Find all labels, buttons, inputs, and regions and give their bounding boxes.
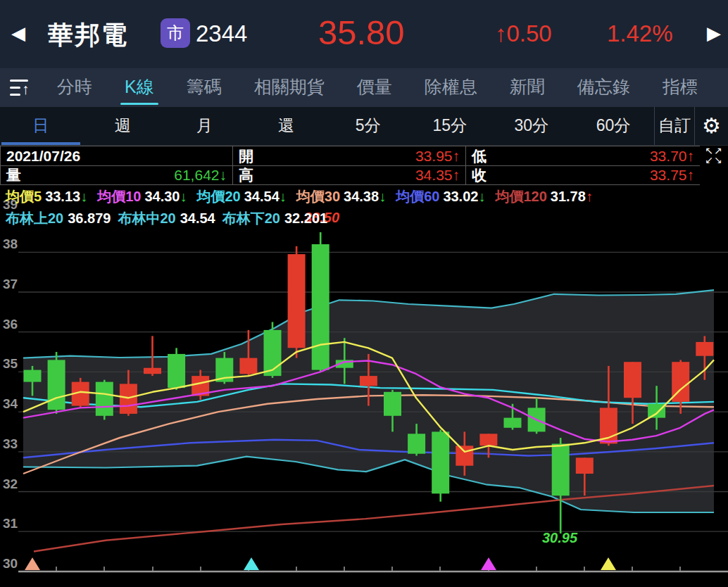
candle-body (24, 370, 42, 382)
header: ◀ 華邦電 市 2344 35.80 ↑0.50 1.42% ▶ (0, 0, 728, 68)
high-cell: 高 34.35↑ (232, 165, 465, 185)
expand-button-area (700, 165, 728, 185)
period-15min[interactable]: 15分 (409, 107, 491, 145)
candle-body (552, 444, 570, 496)
low-value: 33.70↑ (650, 148, 694, 165)
candle-body (360, 376, 377, 386)
ma120-legend: 均價12031.78↑ (495, 187, 592, 206)
candle-body (648, 404, 665, 418)
period-5min[interactable]: 5分 (327, 107, 409, 145)
candle-body (288, 254, 306, 348)
tab-chips[interactable]: 籌碼 (185, 68, 223, 107)
high-label: 高 (239, 165, 253, 185)
expand-button[interactable]: ↖↗ ↙↘ (700, 146, 728, 165)
high-value: 34.35↑ (415, 167, 460, 184)
y-axis-label: 32 (3, 476, 18, 491)
candle-body (120, 384, 137, 414)
gear-icon[interactable]: ⚙ (695, 107, 728, 145)
candle-body (48, 360, 65, 410)
menu-bar (10, 87, 20, 89)
tab-dividend[interactable]: 除權息 (423, 68, 479, 107)
price-change: ↑0.50 (495, 20, 552, 47)
menu-bar (10, 94, 20, 96)
kline-chart[interactable]: 3938373635343332313038.5030.95 (0, 185, 728, 587)
marker-cyan (244, 557, 259, 570)
ma5-legend: 均價533.13↓ (6, 187, 87, 206)
boll-lower-legend: 布林下2032.201 (222, 209, 327, 228)
up-arrow-icon: ↑ (22, 81, 30, 98)
candle-body (384, 392, 401, 416)
low-label: 低 (472, 146, 487, 166)
period-custom[interactable]: 自訂 (654, 107, 695, 145)
volume-cell: 量 61,642↓ (0, 165, 232, 185)
candle-body (479, 434, 497, 446)
ma20-legend: 均價2034.54↓ (197, 187, 287, 206)
boll-middle-legend: 布林中2034.54 (118, 209, 215, 228)
period-day[interactable]: 日 (0, 107, 82, 145)
ma10-legend: 均價1034.30↓ (97, 187, 187, 206)
candle-body (144, 368, 161, 374)
boll-upper-legend: 布林上2036.879 (6, 209, 111, 228)
period-week[interactable]: 週 (82, 107, 163, 145)
y-axis-label: 38 (3, 236, 18, 251)
current-price: 35.80 (318, 13, 405, 52)
market-badge: 市 (161, 18, 190, 48)
y-axis-label: 36 (3, 317, 18, 332)
ma30-legend: 均價3034.38↓ (296, 187, 386, 206)
stock-name: 華邦電 (48, 18, 128, 53)
candle-body (432, 431, 449, 493)
volume-label: 量 (6, 165, 21, 185)
list-up-icon[interactable]: ↑ (0, 68, 41, 107)
candle-body (696, 342, 713, 356)
low-cell: 低 33.70↑ (465, 146, 700, 165)
ma-legend-row: 均價533.13↓ 均價1034.30↓ 均價2034.54↓ 均價3034.3… (6, 187, 603, 206)
tab-futures[interactable]: 相關期貨 (253, 68, 326, 107)
tab-news[interactable]: 新聞 (508, 68, 546, 107)
candle-body (239, 358, 257, 374)
stock-app: ◀ 華邦電 市 2344 35.80 ↑0.50 1.42% ▶ ↑ 分時 K線… (0, 0, 728, 587)
candle-body (96, 382, 113, 416)
forward-arrow-icon[interactable]: ▶ (707, 23, 721, 44)
tab-price-volume[interactable]: 價量 (356, 68, 394, 107)
tab-memo[interactable]: 備忘錄 (576, 68, 632, 107)
candle-body (456, 446, 473, 465)
ma120-line (34, 486, 714, 552)
back-arrow-icon[interactable]: ◀ (11, 23, 25, 44)
y-axis-label: 35 (3, 356, 18, 371)
period-month[interactable]: 月 (163, 107, 245, 145)
candle-body (504, 418, 522, 428)
ma60-legend: 均價6033.02↓ (396, 187, 485, 206)
candle-body (168, 354, 185, 388)
volume-value: 61,642↓ (174, 167, 227, 184)
tab-indicators[interactable]: 指標 (661, 68, 699, 107)
price-annotation: 30.95 (542, 530, 578, 545)
period-30min[interactable]: 30分 (491, 107, 572, 145)
tab-intraday[interactable]: 分時 (56, 68, 94, 107)
period-adjusted[interactable]: 還 (245, 107, 327, 145)
candle-body (624, 362, 641, 398)
y-axis-label: 31 (3, 516, 18, 531)
candle-body (408, 434, 425, 453)
price-change-pct: 1.42% (607, 20, 673, 47)
open-label: 開 (239, 146, 253, 166)
period-60min[interactable]: 60分 (572, 107, 654, 145)
y-axis-label: 30 (3, 556, 18, 571)
period-bar: 日 週 月 還 5分 15分 30分 60分 自訂 ⚙ (0, 107, 728, 146)
y-axis-label: 37 (3, 277, 18, 291)
stock-code: 2344 (196, 20, 247, 47)
open-cell: 開 33.95↑ (232, 146, 465, 165)
change-value: 0.50 (507, 20, 552, 46)
expand-icon: ↙↘ (705, 156, 722, 165)
marker-yellow (601, 557, 616, 570)
close-cell: 收 33.75↑ (465, 165, 700, 185)
ohlc-info-table: 2021/07/26 開 33.95↑ 低 33.70↑ ↖↗ ↙↘ 量 61,… (0, 146, 728, 185)
tab-kline[interactable]: K線 (123, 68, 156, 107)
close-label: 收 (472, 165, 487, 185)
up-arrow-icon: ↑ (495, 20, 507, 46)
y-axis-label: 34 (3, 396, 18, 411)
candle-body (576, 457, 594, 474)
marker-peach (25, 557, 40, 570)
candle-date: 2021/07/26 (0, 146, 232, 165)
close-value: 33.75↑ (650, 167, 694, 184)
candle-body (312, 244, 330, 370)
